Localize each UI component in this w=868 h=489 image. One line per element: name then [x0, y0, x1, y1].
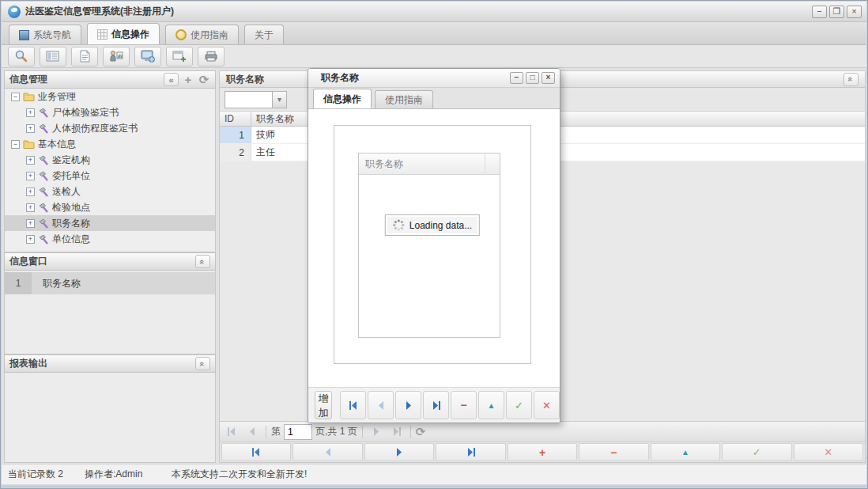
report-panel-title: 报表输出 — [9, 357, 47, 370]
window-add-icon — [172, 50, 187, 63]
collapse-left-button[interactable]: « — [164, 73, 179, 86]
tree-node-job-title[interactable]: + 职务名称 — [5, 215, 215, 231]
tree-node-client-unit[interactable]: + 委托单位 — [5, 168, 215, 184]
dialog-save-button[interactable]: ✓ — [506, 391, 532, 419]
main-panel-title: 职务名称 — [226, 73, 264, 86]
info-window-item[interactable]: 1 职务名称 — [5, 272, 215, 294]
column-header-id[interactable]: ID — [220, 112, 251, 126]
dialog-last-button[interactable] — [423, 391, 449, 419]
loading-indicator: Loading data... — [385, 214, 480, 236]
search-button[interactable] — [8, 47, 35, 66]
info-panel-title: 信息管理 — [9, 73, 47, 86]
expand-box-icon[interactable]: + — [26, 219, 35, 228]
tab-user-guide[interactable]: 使用指南 — [165, 25, 239, 44]
filter-combobox[interactable]: ▾ — [225, 91, 287, 108]
cross-icon: ✕ — [824, 446, 832, 458]
expand-box-icon[interactable]: + — [26, 124, 35, 133]
collapse-panel-button[interactable]: « — [195, 357, 210, 370]
page-last-button[interactable] — [388, 424, 406, 440]
next-record-button[interactable] — [364, 443, 434, 461]
dialog-maximize-button[interactable]: □ — [526, 72, 539, 84]
hammer-icon — [38, 187, 49, 197]
cell-id: 2 — [220, 144, 251, 161]
collapse-box-icon[interactable]: − — [11, 93, 20, 101]
dialog-delete-button[interactable]: − — [451, 391, 477, 419]
page-next-button[interactable] — [368, 424, 385, 440]
tree-node-exam-location[interactable]: + 检验地点 — [5, 199, 215, 215]
dialog-minimize-button[interactable]: − — [510, 72, 523, 84]
form-view-button[interactable] — [40, 47, 66, 66]
collapse-panel-button[interactable]: « — [195, 255, 210, 268]
window-title: 法医鉴定信息管理系统(非注册用户) — [25, 5, 174, 18]
prev-record-button[interactable] — [292, 443, 362, 461]
tree-label: 单位信息 — [52, 233, 90, 246]
tree-node-unit-info[interactable]: + 单位信息 — [5, 231, 215, 247]
save-record-button[interactable]: ✓ — [722, 443, 791, 461]
first-record-button[interactable] — [221, 443, 291, 461]
dialog-edit-button[interactable]: ▲ — [478, 391, 504, 419]
edit-record-button[interactable]: ▲ — [651, 443, 720, 461]
main-tab-bar: 系统导航 信息操作 使用指南 关于 — [2, 22, 866, 45]
tree-label: 职务名称 — [52, 217, 90, 230]
tab-system-nav[interactable]: 系统导航 — [9, 25, 81, 44]
tree-node-basic-info[interactable]: − 基本信息 — [5, 136, 215, 152]
page-prev-button[interactable] — [243, 424, 261, 440]
dialog-title-bar[interactable]: 职务名称 − □ × — [308, 69, 560, 88]
cancel-record-button[interactable]: ✕ — [794, 443, 863, 461]
close-button[interactable]: × — [847, 6, 862, 18]
dialog-grid-header[interactable]: 职务名称 — [359, 154, 500, 175]
dialog-close-button[interactable]: × — [542, 72, 555, 84]
expand-box-icon[interactable]: + — [26, 172, 35, 180]
dialog-body: 职务名称 Loading data... — [308, 110, 560, 387]
page-number-input[interactable] — [284, 424, 312, 440]
expand-box-icon[interactable]: + — [26, 156, 35, 165]
folder-icon — [23, 139, 35, 149]
printer-button[interactable] — [198, 47, 225, 66]
dialog-tab-user-guide[interactable]: 使用指南 — [375, 90, 433, 108]
delete-record-button[interactable]: − — [579, 443, 648, 461]
system-message: 本系统支持二次开发和全新开发! — [172, 468, 307, 481]
filter-combo-input[interactable] — [225, 91, 272, 108]
collapse-box-icon[interactable]: − — [11, 140, 20, 149]
expand-box-icon[interactable]: + — [26, 188, 35, 196]
record-count-status: 当前记录数 2 — [8, 468, 63, 481]
dialog-tab-info-operation[interactable]: 信息操作 — [313, 89, 372, 108]
page-first-button[interactable] — [223, 424, 240, 440]
monitor-web-button[interactable] — [134, 47, 161, 66]
tab-about[interactable]: 关于 — [244, 25, 284, 44]
dialog-prev-button[interactable] — [368, 391, 394, 419]
dialog-next-button[interactable] — [395, 391, 421, 419]
refresh-tree-button[interactable]: ⟳ — [198, 73, 210, 87]
dialog-add-button[interactable]: 增加 — [315, 391, 332, 419]
tree-node-injury-report[interactable]: + 人体损伤程度鉴定书 — [5, 120, 215, 136]
add-node-button[interactable]: + — [182, 73, 194, 86]
app-logo-icon — [8, 6, 21, 18]
expand-box-icon[interactable]: + — [26, 108, 35, 117]
separator — [410, 426, 411, 438]
last-icon — [432, 401, 441, 410]
collapse-main-button[interactable]: « — [843, 73, 859, 86]
guide-circle-icon — [175, 29, 187, 40]
combo-dropdown-button[interactable]: ▾ — [272, 91, 287, 108]
user-report-button[interactable] — [103, 47, 130, 66]
restore-button[interactable]: ❐ — [829, 6, 844, 18]
tree-node-corpse-report[interactable]: + 尸体检验鉴定书 — [5, 104, 215, 120]
expand-box-icon[interactable]: + — [26, 203, 35, 212]
add-record-button[interactable]: + — [508, 443, 577, 461]
last-record-button[interactable] — [436, 443, 505, 461]
document-button[interactable] — [71, 47, 98, 66]
tree-node-business[interactable]: − 业务管理 — [5, 89, 215, 104]
dialog-first-button[interactable] — [340, 391, 366, 419]
tree-node-agency[interactable]: + 鉴定机构 — [5, 152, 215, 168]
dialog-grid: 职务名称 — [358, 153, 500, 338]
tree-node-submitter[interactable]: + 送检人 — [5, 184, 215, 199]
window-add-button[interactable] — [166, 47, 193, 66]
tree-label: 送检人 — [52, 185, 81, 199]
dialog-cancel-button[interactable]: ✕ — [534, 391, 560, 419]
minimize-button[interactable]: − — [812, 6, 827, 18]
expand-box-icon[interactable]: + — [26, 235, 35, 244]
tab-info-operation[interactable]: 信息操作 — [87, 23, 160, 44]
loading-text: Loading data... — [409, 220, 472, 231]
tab-label: 信息操作 — [111, 28, 149, 41]
refresh-icon[interactable]: ⟳ — [416, 425, 426, 439]
